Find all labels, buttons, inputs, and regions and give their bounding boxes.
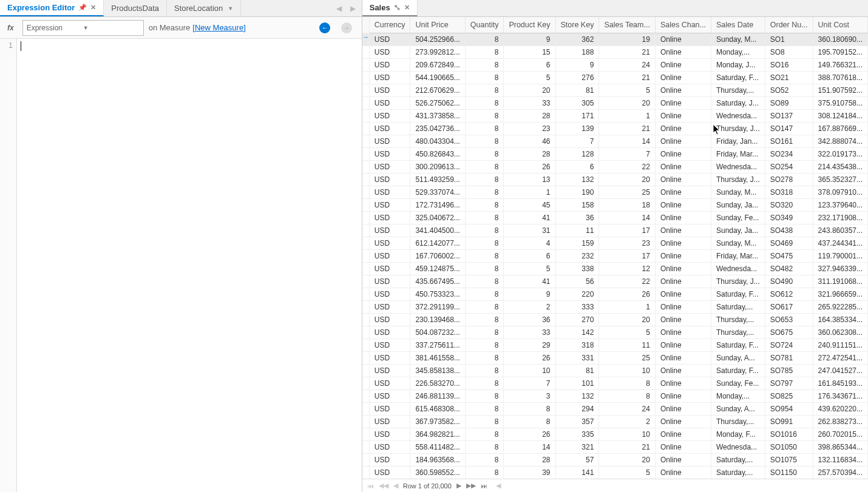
cell-order_num[interactable]: SO16 — [765, 59, 813, 72]
tab-next-icon[interactable]: ▶ — [350, 4, 356, 13]
cell-store_key[interactable]: 294 — [555, 403, 599, 416]
cell-unit_price[interactable]: 526.275062... — [410, 97, 465, 110]
cell-quantity[interactable]: 8 — [465, 288, 504, 301]
cell-quantity[interactable]: 8 — [465, 33, 504, 46]
cell-currency[interactable]: USD — [369, 135, 410, 148]
cell-unit_price[interactable]: 184.963568... — [410, 454, 465, 467]
cell-sales_chan[interactable]: Online — [655, 84, 711, 97]
cell-sales_chan[interactable]: Online — [655, 199, 711, 212]
cell-sales_team[interactable]: 8 — [599, 377, 656, 390]
cell-unit_cost[interactable]: 322.019173... — [813, 148, 867, 161]
cell-sales_team[interactable]: 5 — [599, 84, 656, 97]
cell-currency[interactable]: USD — [369, 97, 410, 110]
table-row[interactable]: USD450.753323...8922026OnlineSaturday, F… — [362, 288, 868, 301]
cell-sales_date[interactable]: Sunday, Fe... — [711, 377, 765, 390]
cell-unit_cost[interactable]: 132.116834... — [813, 454, 867, 467]
cell-currency[interactable]: USD — [369, 339, 410, 352]
cell-unit_price[interactable]: 360.598552... — [410, 467, 465, 479]
cell-product_key[interactable]: 9 — [504, 288, 555, 301]
cell-unit_price[interactable]: 612.142077... — [410, 237, 465, 250]
cell-currency[interactable]: USD — [369, 441, 410, 454]
cell-product_key[interactable]: 6 — [504, 59, 555, 72]
cell-currency[interactable]: USD — [369, 352, 410, 365]
cell-quantity[interactable]: 8 — [465, 174, 504, 186]
cell-unit_price[interactable]: 364.982821... — [410, 428, 465, 441]
cell-unit_price[interactable]: 480.043304... — [410, 135, 465, 148]
cell-currency[interactable]: USD — [369, 148, 410, 161]
cell-unit_cost[interactable]: 388.707618... — [813, 72, 867, 84]
cell-store_key[interactable]: 331 — [555, 352, 599, 365]
table-row[interactable]: USD381.461558...82633125OnlineSunday, A.… — [362, 352, 868, 365]
cell-store_key[interactable]: 7 — [555, 135, 599, 148]
cell-sales_chan[interactable]: Online — [655, 123, 711, 135]
cell-currency[interactable]: USD — [369, 212, 410, 224]
cell-store_key[interactable]: 357 — [555, 416, 599, 428]
column-header[interactable]: Unit Cost — [813, 17, 867, 33]
cell-store_key[interactable]: 305 — [555, 97, 599, 110]
cell-unit_cost[interactable]: 398.865344... — [813, 441, 867, 454]
cell-product_key[interactable]: 26 — [504, 352, 555, 365]
cell-sales_chan[interactable]: Online — [655, 288, 711, 301]
pager-prev-icon[interactable]: ◀ — [393, 482, 398, 490]
table-row[interactable]: USD230.139468...83627020OnlineThursday,.… — [362, 314, 868, 326]
cell-unit_price[interactable]: 615.468308... — [410, 403, 465, 416]
cell-unit_cost[interactable]: 437.244341... — [813, 237, 867, 250]
table-row[interactable]: USD504.087232...8331425OnlineThursday,..… — [362, 326, 868, 339]
cell-currency[interactable]: USD — [369, 72, 410, 84]
cell-store_key[interactable]: 338 — [555, 263, 599, 275]
cell-product_key[interactable]: 23 — [504, 123, 555, 135]
cell-order_num[interactable]: SO52 — [765, 84, 813, 97]
cell-sales_chan[interactable]: Online — [655, 352, 711, 365]
table-row[interactable]: USD226.583270...871018OnlineSunday, Fe..… — [362, 377, 868, 390]
cell-sales_date[interactable]: Thursday,... — [711, 416, 765, 428]
cell-store_key[interactable]: 6 — [555, 161, 599, 174]
table-row[interactable]: USD431.373858...8281711OnlineWednesda...… — [362, 110, 868, 123]
cell-unit_cost[interactable]: 360.062308... — [813, 326, 867, 339]
cell-sales_team[interactable]: 10 — [599, 365, 656, 377]
cell-product_key[interactable]: 1 — [504, 186, 555, 199]
tab-expression-editor[interactable]: Expression Editor 📌 ✕ — [0, 0, 104, 16]
cell-sales_date[interactable]: Sunday, Ja... — [711, 199, 765, 212]
cell-quantity[interactable]: 8 — [465, 314, 504, 326]
table-row[interactable]: USD558.411482...81432121OnlineWednesda..… — [362, 441, 868, 454]
cell-currency[interactable]: USD — [369, 416, 410, 428]
cell-quantity[interactable]: 8 — [465, 212, 504, 224]
cell-store_key[interactable]: 132 — [555, 174, 599, 186]
cell-product_key[interactable]: 26 — [504, 428, 555, 441]
cell-sales_chan[interactable]: Online — [655, 161, 711, 174]
cell-sales_chan[interactable]: Online — [655, 326, 711, 339]
cell-unit_cost[interactable]: 262.838273... — [813, 416, 867, 428]
cell-store_key[interactable]: 159 — [555, 237, 599, 250]
cell-quantity[interactable]: 8 — [465, 326, 504, 339]
cell-store_key[interactable]: 56 — [555, 275, 599, 288]
cell-unit_price[interactable]: 230.139468... — [410, 314, 465, 326]
pager-first-icon[interactable]: ⏮ — [367, 482, 374, 490]
table-row[interactable]: USD212.670629...820815OnlineThursday,...… — [362, 84, 868, 97]
cell-store_key[interactable]: 128 — [555, 148, 599, 161]
table-row[interactable]: USD325.040672...8413614OnlineSunday, Fe.… — [362, 212, 868, 224]
cell-unit_cost[interactable]: 365.352327... — [813, 174, 867, 186]
cell-unit_price[interactable]: 381.461558... — [410, 352, 465, 365]
cell-unit_cost[interactable]: 247.041527... — [813, 365, 867, 377]
cell-product_key[interactable]: 46 — [504, 135, 555, 148]
cell-sales_date[interactable]: Thursday,... — [711, 326, 765, 339]
expression-combo[interactable]: Expression ▼ — [22, 20, 144, 36]
cell-sales_team[interactable]: 14 — [599, 135, 656, 148]
cell-product_key[interactable]: 28 — [504, 148, 555, 161]
cell-currency[interactable]: USD — [369, 301, 410, 314]
cell-unit_cost[interactable]: 321.966659... — [813, 288, 867, 301]
cell-sales_date[interactable]: Saturday, F... — [711, 288, 765, 301]
cell-unit_cost[interactable]: 260.702015... — [813, 428, 867, 441]
cell-sales_chan[interactable]: Online — [655, 110, 711, 123]
cell-sales_chan[interactable]: Online — [655, 314, 711, 326]
cell-quantity[interactable]: 8 — [465, 416, 504, 428]
cell-sales_team[interactable]: 10 — [599, 428, 656, 441]
cell-order_num[interactable]: SO21 — [765, 72, 813, 84]
cell-unit_cost[interactable]: 378.097910... — [813, 186, 867, 199]
cell-sales_team[interactable]: 25 — [599, 352, 656, 365]
column-header[interactable]: Order Nu... — [765, 17, 813, 33]
cell-product_key[interactable]: 9 — [504, 33, 555, 46]
cell-product_key[interactable]: 5 — [504, 263, 555, 275]
cell-sales_team[interactable]: 5 — [599, 467, 656, 479]
cell-quantity[interactable]: 8 — [465, 46, 504, 59]
